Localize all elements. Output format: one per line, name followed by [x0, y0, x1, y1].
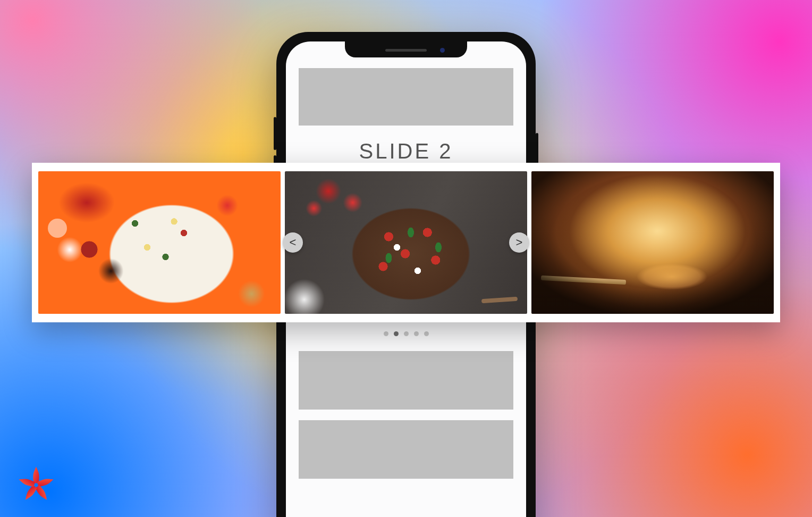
carousel-slide-1[interactable] [38, 171, 281, 314]
placeholder-body-1 [299, 351, 513, 410]
carousel-prev-button[interactable]: < [283, 232, 303, 253]
placeholder-header [299, 68, 513, 126]
brand-asterisk-icon [15, 464, 57, 506]
placeholder-body-2 [299, 420, 513, 479]
carousel-title: SLIDE 2 [299, 139, 513, 163]
carousel-dots [299, 331, 513, 336]
scene: SLIDE 2 < > [0, 0, 812, 517]
carousel-dot-2[interactable] [394, 331, 399, 336]
carousel-dot-1[interactable] [384, 331, 388, 336]
carousel-next-button[interactable]: > [509, 232, 529, 253]
phone-notch [345, 41, 467, 57]
carousel-slide-3[interactable] [531, 171, 774, 314]
carousel: < > [32, 163, 780, 322]
phone-volume-up [274, 117, 276, 150]
carousel-dot-4[interactable] [414, 331, 419, 336]
carousel-slide-2[interactable] [285, 171, 527, 314]
carousel-track [38, 171, 774, 314]
carousel-dot-5[interactable] [424, 331, 429, 336]
carousel-dot-3[interactable] [404, 331, 409, 336]
